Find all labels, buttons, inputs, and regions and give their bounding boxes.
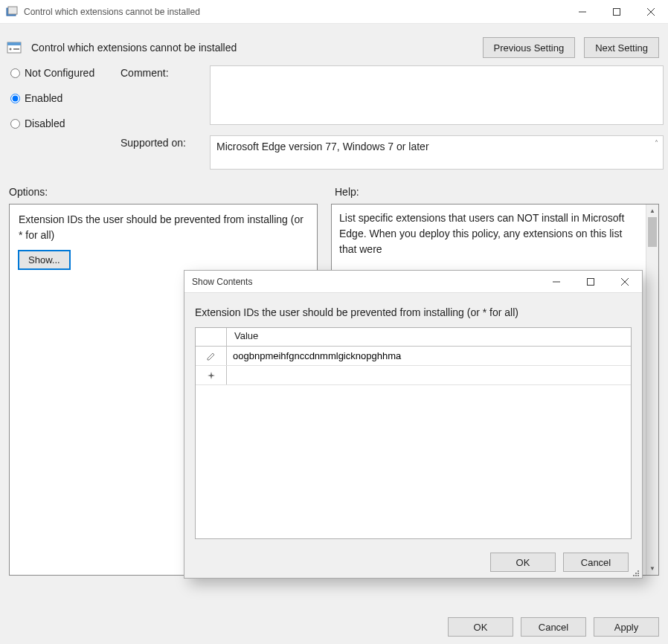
radio-disabled-label: Disabled — [25, 117, 65, 129]
apply-button[interactable]: Apply — [594, 617, 659, 637]
value-input-1[interactable] — [227, 366, 631, 384]
options-description: Extension IDs the user should be prevent… — [19, 212, 308, 243]
dialog-minimize-button[interactable] — [539, 271, 574, 292]
maximize-button[interactable] — [600, 0, 634, 23]
window-controls — [565, 0, 668, 23]
svg-rect-11 — [588, 278, 594, 285]
grid-body — [196, 347, 631, 538]
dialog-title: Show Contents — [192, 277, 539, 287]
svg-rect-9 — [13, 48, 19, 50]
radio-enabled-label: Enabled — [25, 92, 62, 104]
app-icon — [6, 6, 18, 18]
previous-setting-button[interactable]: Previous Setting — [483, 37, 576, 58]
svg-rect-15 — [635, 573, 637, 574]
close-button[interactable] — [634, 0, 668, 23]
grid-corner-cell — [196, 328, 227, 346]
chevron-up-icon: ˄ — [655, 139, 658, 147]
show-button[interactable]: Show... — [19, 251, 70, 269]
options-section-label: Options: — [9, 186, 321, 198]
scroll-thumb[interactable] — [648, 217, 657, 247]
policy-icon — [6, 39, 22, 56]
policy-title: Control which extensions cannot be insta… — [31, 42, 474, 54]
svg-rect-14 — [638, 570, 639, 572]
row-edit-icon[interactable] — [196, 347, 227, 365]
grid-header-row: Value — [196, 328, 631, 347]
svg-rect-3 — [614, 8, 620, 15]
value-grid: Value — [195, 327, 632, 539]
ok-button[interactable]: OK — [448, 617, 513, 637]
dialog-titlebar: Show Contents — [184, 271, 642, 293]
radio-disabled[interactable]: Disabled — [10, 117, 121, 129]
svg-rect-18 — [635, 575, 637, 576]
show-contents-dialog: Show Contents Extension IDs the user sho… — [184, 270, 643, 579]
minimize-button[interactable] — [565, 0, 600, 23]
row-new-icon[interactable] — [196, 366, 227, 384]
scroll-down-arrow-icon[interactable]: ▼ — [646, 562, 658, 575]
resize-grip-icon[interactable] — [632, 567, 640, 576]
grid-row — [196, 347, 631, 366]
supported-on-box: Microsoft Edge version 77, Windows 7 or … — [210, 135, 664, 170]
svg-rect-7 — [7, 42, 21, 45]
radio-not-configured-label: Not Configured — [25, 67, 94, 79]
supported-label: Supported on: — [121, 135, 210, 149]
dialog-maximize-button[interactable] — [574, 271, 608, 292]
svg-rect-19 — [638, 575, 639, 576]
toolbar-row: Control which extensions cannot be insta… — [0, 24, 668, 65]
comment-label: Comment: — [121, 65, 210, 79]
comment-textarea[interactable] — [210, 65, 664, 125]
dialog-close-button[interactable] — [608, 271, 642, 292]
cancel-button[interactable]: Cancel — [521, 617, 586, 637]
value-input-0[interactable] — [227, 347, 631, 365]
grid-row — [196, 366, 631, 385]
dialog-description: Extension IDs the user should be prevent… — [184, 293, 642, 327]
radio-enabled[interactable]: Enabled — [10, 92, 121, 104]
scroll-up-arrow-icon[interactable]: ▲ — [646, 205, 658, 217]
dialog-ok-button[interactable]: OK — [490, 553, 556, 572]
svg-rect-1 — [8, 7, 17, 14]
next-setting-button[interactable]: Next Setting — [584, 37, 659, 58]
svg-rect-16 — [638, 573, 639, 574]
window-title: Control which extensions cannot be insta… — [24, 7, 565, 17]
help-section-label: Help: — [335, 186, 359, 198]
window-titlebar: Control which extensions cannot be insta… — [0, 0, 668, 24]
supported-on-text: Microsoft Edge version 77, Windows 7 or … — [216, 141, 429, 152]
grid-header-value: Value — [227, 328, 631, 346]
svg-rect-17 — [633, 575, 635, 576]
dialog-footer: OK Cancel — [184, 547, 642, 578]
dialog-cancel-button[interactable]: Cancel — [563, 553, 629, 572]
help-text: List specific extensions that users can … — [332, 205, 658, 263]
radio-not-configured[interactable]: Not Configured — [10, 67, 121, 79]
footer-bar: OK Cancel Apply — [0, 610, 668, 644]
help-scrollbar[interactable]: ▲ ▼ — [646, 205, 658, 575]
svg-point-8 — [10, 48, 12, 51]
